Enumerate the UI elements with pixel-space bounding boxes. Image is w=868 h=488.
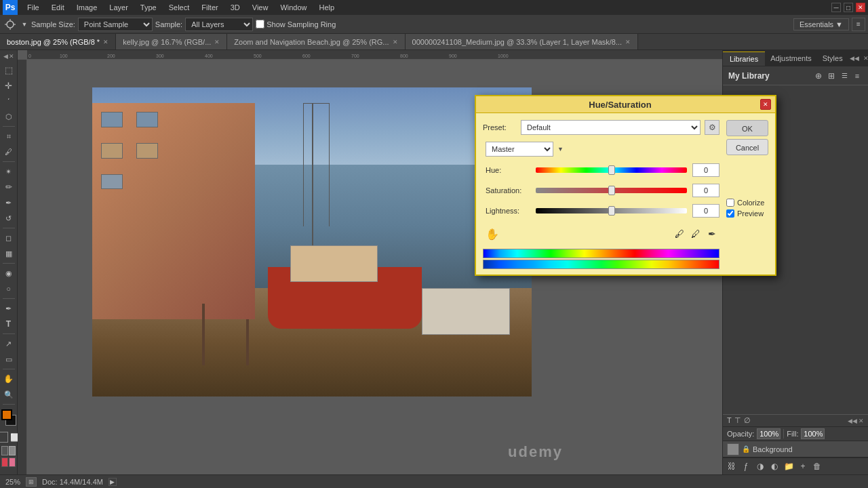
brush-tool[interactable]: ✏: [1, 180, 16, 195]
eyedropper-add-btn[interactable]: 🖊: [688, 226, 703, 241]
dialog-close-btn[interactable]: ✕: [760, 99, 771, 110]
colorize-checkbox[interactable]: [726, 199, 734, 207]
preset-dropdown[interactable]: Default: [521, 120, 701, 135]
dialog-titlebar[interactable]: Hue/Saturation ✕: [476, 96, 775, 113]
quick-mask-btn[interactable]: [0, 432, 8, 443]
minimize-btn[interactable]: ─: [831, 3, 841, 12]
sample-size-dropdown[interactable]: Point Sample: [78, 18, 153, 31]
panel-collapse-close[interactable]: ✕: [9, 53, 14, 60]
library-list-icon[interactable]: ☰: [839, 70, 850, 81]
hand-icon[interactable]: ✋: [483, 224, 502, 243]
lasso-tool[interactable]: ʻ: [1, 94, 16, 108]
shape-tool[interactable]: ▭: [1, 352, 16, 367]
preset-gear-btn[interactable]: ⚙: [705, 120, 719, 135]
eyedropper-normal-btn[interactable]: 🖋: [672, 226, 687, 241]
library-grid-icon[interactable]: ⊞: [826, 70, 837, 81]
opacity-input[interactable]: [757, 428, 781, 439]
menu-view[interactable]: View: [247, 2, 274, 13]
quick-select-tool[interactable]: ⬡: [1, 109, 16, 124]
menu-window[interactable]: Window: [275, 2, 312, 13]
panel-toggle-btn[interactable]: ≡: [852, 18, 865, 31]
menu-layer[interactable]: Layer: [104, 2, 134, 13]
dodge-tool[interactable]: ○: [1, 281, 16, 296]
mask-btn[interactable]: ◑: [754, 460, 766, 472]
blur-tool[interactable]: ◉: [1, 266, 16, 281]
crop-tool[interactable]: ⌗: [1, 129, 16, 144]
library-sync-icon[interactable]: ⊕: [813, 70, 824, 81]
tab-kelly[interactable]: kelly.jpg @ 16.7% (RGB/... ✕: [116, 34, 227, 50]
menu-3d[interactable]: 3D: [225, 2, 245, 13]
move-tool[interactable]: ✛: [1, 78, 16, 93]
menu-image[interactable]: Image: [71, 2, 103, 13]
foreground-color[interactable]: [1, 409, 12, 420]
show-sampling-checkbox[interactable]: [256, 20, 264, 28]
hue-value-input[interactable]: [692, 163, 719, 177]
show-sampling-label[interactable]: Show Sampling Ring: [256, 20, 336, 28]
pen-tool[interactable]: ✒: [1, 301, 16, 316]
collapse-panel-arrow[interactable]: ◀◀: [848, 54, 861, 63]
clone-stamp-tool[interactable]: ✒: [1, 195, 16, 210]
cancel-button[interactable]: Cancel: [726, 139, 768, 155]
saturation-thumb[interactable]: [608, 186, 615, 195]
lightness-slider-container[interactable]: [536, 208, 687, 214]
menu-edit[interactable]: Edit: [46, 2, 70, 13]
history-brush-tool[interactable]: ↺: [1, 211, 16, 226]
layers-panel-collapse[interactable]: ◀◀: [848, 418, 857, 424]
navigate-btn[interactable]: ▶: [108, 478, 117, 486]
tab-close-zoom-beach[interactable]: ✕: [393, 39, 398, 45]
tab-close-boston[interactable]: ✕: [103, 39, 108, 45]
tab-close-medium[interactable]: ✕: [625, 39, 631, 45]
tab-close-kelly[interactable]: ✕: [214, 39, 220, 45]
zoom-tool[interactable]: 🔍: [1, 387, 16, 402]
tab-medium[interactable]: 000000241108_Medium.jpg @ 33.3% (Layer 1…: [406, 34, 639, 50]
tab-styles[interactable]: Styles: [817, 52, 848, 65]
tab-libraries[interactable]: Libraries: [723, 52, 765, 66]
tab-adjustments[interactable]: Adjustments: [765, 52, 817, 65]
spot-healing-tool[interactable]: ✴: [1, 164, 16, 179]
sample-dropdown[interactable]: All Layers: [185, 18, 253, 31]
hue-thumb[interactable]: [608, 165, 615, 175]
collapse-panel-close[interactable]: ✕: [862, 54, 868, 63]
rectangular-marquee-tool[interactable]: ⬚: [1, 62, 16, 77]
color-swatches[interactable]: [1, 409, 16, 428]
lightness-value-input[interactable]: [692, 204, 719, 218]
menu-filter[interactable]: Filter: [196, 2, 223, 13]
hue-slider-container[interactable]: [536, 167, 687, 173]
ok-button[interactable]: OK: [726, 120, 768, 136]
saturation-value-input[interactable]: [692, 184, 719, 197]
effects-btn[interactable]: ƒ: [740, 460, 752, 472]
preview-checkbox[interactable]: [726, 209, 734, 218]
link-layers-btn[interactable]: ⛓: [726, 460, 738, 472]
new-layer-btn[interactable]: +: [797, 460, 809, 472]
menu-select[interactable]: Select: [163, 2, 195, 13]
close-btn[interactable]: ✕: [856, 3, 865, 12]
menu-type[interactable]: Type: [135, 2, 162, 13]
eyedropper-subtract-btn[interactable]: ✒: [705, 226, 719, 241]
essentials-btn[interactable]: Essentials ▼: [793, 18, 849, 30]
eraser-tool[interactable]: ◻: [1, 230, 16, 245]
eyedropper-tool[interactable]: 🖋: [1, 144, 16, 159]
text-tool[interactable]: T: [1, 317, 16, 331]
folder-btn[interactable]: 📁: [783, 460, 795, 472]
saturation-slider-container[interactable]: [536, 188, 687, 193]
layers-panel-close[interactable]: ✕: [859, 418, 864, 424]
tab-zoom-beach[interactable]: Zoom and Navigation Beach.jpg @ 25% (RG.…: [227, 34, 405, 50]
gradient-tool[interactable]: ▦: [1, 246, 16, 261]
tab-boston[interactable]: boston.jpg @ 25% (RGB/8 * ✕: [0, 34, 116, 50]
library-menu-icon[interactable]: ≡: [852, 70, 863, 81]
screen-mode-3[interactable]: [1, 458, 8, 467]
panel-collapse-arrow-left[interactable]: ◀: [3, 53, 8, 60]
screen-mode-4[interactable]: [9, 458, 16, 467]
menu-file[interactable]: File: [22, 2, 45, 13]
screen-mode-1[interactable]: [1, 446, 8, 455]
path-selection-tool[interactable]: ↗: [1, 336, 16, 351]
lightness-thumb[interactable]: [608, 206, 615, 216]
hand-tool[interactable]: ✋: [1, 371, 16, 386]
menu-help[interactable]: Help: [314, 2, 340, 13]
channel-dropdown[interactable]: Master: [486, 142, 553, 157]
zoom-fit-btn[interactable]: ⊞: [26, 477, 37, 487]
adjustment-btn[interactable]: ◐: [768, 460, 781, 472]
fill-input[interactable]: [801, 428, 825, 439]
maximize-btn[interactable]: □: [844, 3, 853, 12]
screen-mode-2[interactable]: [9, 446, 16, 455]
